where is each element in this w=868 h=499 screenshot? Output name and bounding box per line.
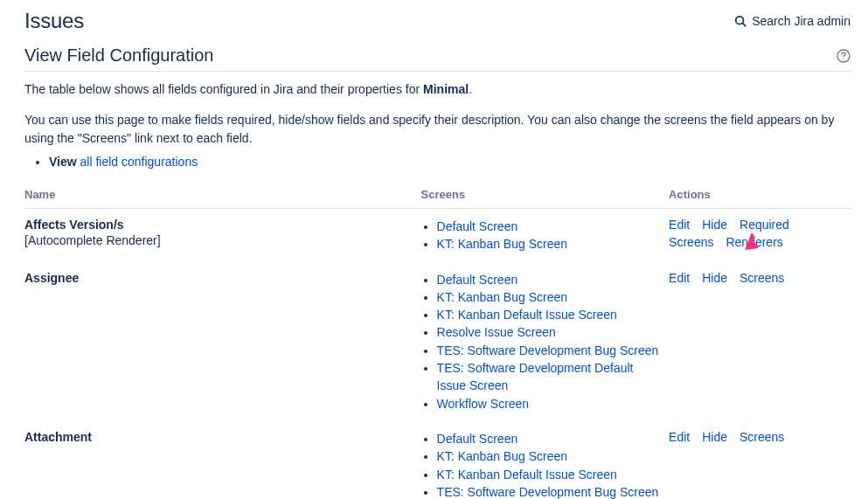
list-item: KT: Kanban Bug Screen [437, 447, 663, 465]
screen-link[interactable]: Workflow Screen [437, 397, 530, 411]
list-item: KT: Kanban Default Issue Screen [437, 306, 663, 323]
col-header-actions: Actions [669, 181, 851, 209]
col-header-name: Name [24, 181, 421, 209]
screen-link[interactable]: KT: Kanban Bug Screen [437, 449, 567, 463]
search-label: Search Jira admin [752, 14, 851, 28]
view-prefix: View [49, 155, 80, 169]
screen-link[interactable]: KT: Kanban Default Issue Screen [437, 308, 617, 322]
field-name: Assignee [24, 271, 414, 285]
intro-line2: You can use this page to make fields req… [24, 111, 851, 148]
action-hide[interactable]: Hide [702, 430, 727, 444]
list-item: TES: Software Development Default Issue … [437, 359, 663, 395]
section-title: View Field Configuration [24, 45, 213, 66]
screen-link[interactable]: TES: Software Development Bug Screen [437, 343, 659, 357]
intro-line1-suffix: . [469, 82, 472, 96]
help-icon[interactable] [837, 49, 851, 63]
page-title: Issues [24, 9, 84, 33]
screen-link[interactable]: TES: Software Development Bug Screen [437, 485, 659, 499]
action-screens[interactable]: Screens [740, 271, 784, 285]
field-name: Affects Version/s [24, 218, 414, 232]
list-item: Workflow Screen [437, 395, 663, 412]
list-item: KT: Kanban Bug Screen [437, 235, 663, 253]
list-item: KT: Kanban Default Issue Screen [437, 466, 663, 483]
table-row: AssigneeDefault ScreenKT: Kanban Bug Scr… [24, 262, 851, 421]
fields-table: Name Screens Actions Affects Version/s[A… [24, 181, 851, 499]
svg-point-0 [736, 17, 744, 24]
svg-point-3 [843, 59, 844, 59]
search-jira-admin[interactable]: Search Jira admin [734, 14, 851, 28]
screen-link[interactable]: Default Screen [437, 273, 518, 287]
field-name: Attachment [24, 430, 414, 444]
screen-link[interactable]: Default Screen [437, 219, 518, 233]
screen-link[interactable]: TES: Software Development Default Issue … [437, 361, 634, 392]
intro-line1-prefix: The table below shows all fields configu… [24, 82, 423, 96]
action-edit[interactable]: Edit [669, 218, 690, 232]
action-required[interactable]: Required [740, 218, 789, 232]
screen-link[interactable]: Resolve Issue Screen [437, 325, 556, 339]
screen-link[interactable]: KT: Kanban Bug Screen [437, 237, 567, 251]
field-renderer-note: [Autocomplete Renderer] [24, 233, 414, 247]
list-item: Default Screen [437, 430, 663, 447]
action-edit[interactable]: Edit [669, 430, 690, 444]
intro-text: The table below shows all fields configu… [24, 80, 851, 169]
action-hide[interactable]: Hide [702, 218, 727, 232]
intro-config-name: Minimal [423, 82, 469, 96]
screen-link[interactable]: KT: Kanban Default Issue Screen [437, 468, 617, 482]
list-item: Resolve Issue Screen [437, 323, 663, 341]
action-edit[interactable]: Edit [669, 271, 690, 285]
svg-line-1 [743, 24, 746, 27]
list-item: TES: Software Development Bug Screen [437, 342, 663, 359]
list-item: TES: Software Development Bug Screen [437, 483, 663, 499]
screen-link[interactable]: Default Screen [437, 432, 518, 446]
all-field-configurations-link[interactable]: all field configurations [80, 155, 198, 169]
action-screens[interactable]: Screens [740, 430, 784, 444]
action-renderers[interactable]: Renderers [726, 235, 782, 249]
screen-link[interactable]: KT: Kanban Bug Screen [437, 290, 567, 304]
table-row: AttachmentDefault ScreenKT: Kanban Bug S… [24, 421, 851, 499]
col-header-screens: Screens [421, 181, 670, 209]
action-screens[interactable]: Screens [669, 235, 713, 249]
list-item: Default Screen [437, 218, 663, 235]
list-item: KT: Kanban Bug Screen [437, 288, 663, 306]
search-icon [734, 15, 746, 27]
action-hide[interactable]: Hide [702, 271, 727, 285]
list-item: Default Screen [437, 271, 663, 288]
table-row: Affects Version/s[Autocomplete Renderer]… [24, 209, 851, 262]
